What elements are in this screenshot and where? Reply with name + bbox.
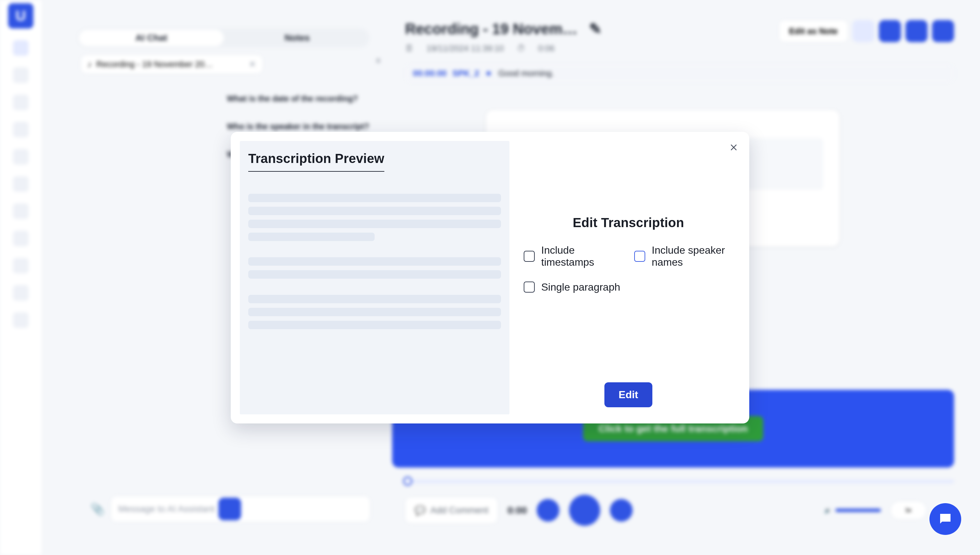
option-label: Include timestamps (541, 244, 622, 268)
transcription-preview-panel: Transcription Preview (240, 141, 510, 414)
option-label: Single paragraph (541, 281, 620, 293)
skeleton-line (248, 233, 375, 241)
checkbox[interactable] (524, 282, 535, 293)
checkbox[interactable] (634, 251, 645, 262)
edit-button[interactable]: Edit (605, 382, 652, 407)
options-grid: Include timestamps Include speaker names… (520, 244, 736, 293)
skeleton-group (248, 194, 501, 241)
skeleton-line (248, 308, 501, 316)
skeleton-line (248, 194, 501, 202)
edit-transcription-title: Edit Transcription (520, 215, 736, 230)
skeleton-line (248, 220, 501, 228)
checkbox[interactable] (524, 251, 535, 262)
skeleton-line (248, 257, 501, 266)
option-include-speaker-names[interactable]: Include speaker names (634, 244, 733, 268)
skeleton-line (248, 321, 501, 329)
skeleton-line (248, 207, 501, 215)
modal-overlay: Transcription Preview Edit Transcription (0, 0, 980, 555)
skeleton-line (248, 295, 501, 303)
edit-transcription-modal: Transcription Preview Edit Transcription (231, 132, 749, 423)
preview-title: Transcription Preview (248, 151, 384, 172)
option-single-paragraph[interactable]: Single paragraph (524, 281, 622, 293)
option-include-timestamps[interactable]: Include timestamps (524, 244, 622, 268)
skeleton-line (248, 270, 501, 279)
skeleton-group (248, 295, 501, 329)
option-label: Include speaker names (652, 244, 733, 268)
close-icon (730, 143, 738, 152)
modal-close-button[interactable] (727, 140, 741, 154)
skeleton-group (248, 257, 501, 279)
edit-options-panel: Edit Transcription Include timestamps In… (518, 132, 749, 423)
